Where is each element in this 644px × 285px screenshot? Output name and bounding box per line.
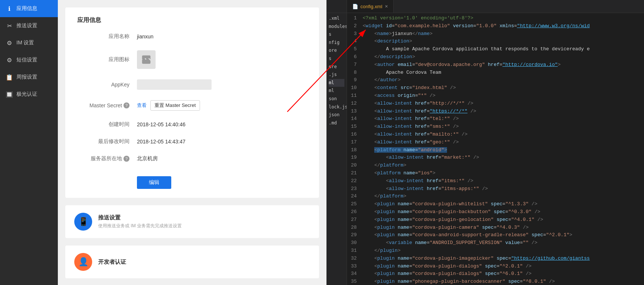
- line-content: <plugin name="cordova-plugin-dialogs" sp…: [363, 270, 644, 278]
- app-name-row: 应用名称 jianxun: [77, 33, 307, 40]
- file-tree-item[interactable]: ore: [329, 47, 344, 55]
- page-wrapper: ℹ 应用信息 ✂ 推送设置 ⚙ IM 设置 ⚙ 短信设置 📋 周报设置 🔲 极光: [0, 0, 644, 285]
- line-number: 19: [347, 154, 363, 162]
- line-content: <?xml version='1.0' encoding='utf-8'?>: [363, 15, 644, 22]
- tab-close-button[interactable]: ✕: [385, 4, 388, 9]
- line-content: <plugin name="cordova-plugin-imagepicker…: [363, 255, 644, 263]
- file-tree-item[interactable]: json: [329, 111, 344, 119]
- line-number: 3: [347, 30, 363, 38]
- app-icon-row: 应用图标: [77, 50, 307, 69]
- aurora-icon: 🔲: [6, 91, 13, 98]
- line-number: 34: [347, 270, 363, 278]
- sidebar-item-sms-settings[interactable]: ⚙ 短信设置: [0, 51, 58, 69]
- line-number: 23: [347, 185, 363, 193]
- line-number: 35: [347, 278, 363, 285]
- sms-icon: ⚙: [6, 57, 13, 63]
- code-line: 10 <content src="index.html" />: [347, 84, 644, 92]
- file-tree-item[interactable]: .xml: [329, 15, 344, 23]
- app-icon-placeholder: [137, 50, 156, 69]
- code-line: 29 <plugin name="cordova-android-support…: [347, 231, 644, 239]
- tab-name: config.xml: [360, 4, 382, 9]
- code-editor: 📄 config.xml ✕ 1<?xml version='1.0' enco…: [347, 0, 644, 285]
- file-tree-item[interactable]: modules: [329, 23, 344, 31]
- code-line: 27 <plugin name="cordova-plugin-geolocat…: [347, 216, 644, 224]
- code-line: 15 <allow-intent href="sms:*" />: [347, 123, 644, 131]
- app-info-card: 应用信息 应用名称 jianxun 应用图标: [65, 7, 319, 198]
- im-icon: ⚙: [6, 39, 13, 46]
- sidebar-label-im-settings: IM 设置: [16, 39, 34, 46]
- file-tree-item[interactable]: s: [329, 31, 344, 39]
- line-number: 25: [347, 200, 363, 208]
- line-content: <name>jianxun</name>: [363, 30, 644, 38]
- file-tree-item[interactable]: ore: [329, 63, 344, 71]
- line-number: 7: [347, 61, 363, 69]
- line-number: 29: [347, 231, 363, 239]
- dev-auth-card[interactable]: 👤 开发者认证: [65, 246, 319, 278]
- master-secret-help-icon[interactable]: ?: [124, 102, 129, 108]
- line-content: <variable name="ANDROID_SUPPORT_VERSION"…: [363, 239, 644, 247]
- file-tree-item[interactable]: lock.json: [329, 103, 344, 111]
- left-side: ℹ 应用信息 ✂ 推送设置 ⚙ IM 设置 ⚙ 短信设置 📋 周报设置 🔲 极光: [0, 0, 326, 285]
- editor-tab-config-xml[interactable]: 📄 config.xml ✕: [347, 0, 394, 13]
- line-content: <platform name="android">: [363, 146, 644, 154]
- code-line: 14 <allow-intent href="tel:*" />: [347, 115, 644, 123]
- code-line: 6 </description>: [347, 53, 644, 61]
- line-content: <allow-intent href="itms-apps:*" />: [363, 185, 644, 193]
- view-master-secret-button[interactable]: 查看: [137, 102, 147, 109]
- main-content: 应用信息 应用名称 jianxun 应用图标: [58, 0, 326, 285]
- line-number: 6: [347, 53, 363, 61]
- code-line: 34 <plugin name="cordova-plugin-dialogs"…: [347, 270, 644, 278]
- weekly-icon: 📋: [6, 74, 13, 80]
- server-location-help-icon[interactable]: ?: [124, 156, 129, 162]
- file-tree-list: .xml modules s nfig ore s ore .js ml ml …: [326, 13, 347, 129]
- appkey-row: AppKey: [77, 79, 307, 90]
- code-line: 33 <plugin name="cordova-plugin-dialogs"…: [347, 263, 644, 270]
- line-number: 17: [347, 139, 363, 146]
- created-time-row: 创建时间 2018-12-05 14:40:46: [77, 121, 307, 128]
- line-number: 32: [347, 255, 363, 263]
- line-number: 11: [347, 92, 363, 100]
- code-line: 13 <allow-intent href="https://*/*" />: [347, 108, 644, 115]
- line-content: <plugin name="cordova-plugin-dialogs" sp…: [363, 263, 644, 270]
- push-promo-subtitle: 使用推送业务或 IM 业务需先完成推送设置: [98, 223, 182, 229]
- sidebar-item-im-settings[interactable]: ⚙ IM 设置: [0, 34, 58, 51]
- file-tree-item[interactable]: ml: [329, 79, 344, 87]
- sidebar-item-weekly-settings[interactable]: 📋 周报设置: [0, 69, 58, 86]
- line-content: <platform name="ios">: [363, 170, 644, 177]
- editor-code-area[interactable]: 1<?xml version='1.0' encoding='utf-8'?>2…: [347, 13, 644, 285]
- appkey-label: AppKey: [77, 82, 129, 88]
- line-content: </author>: [363, 76, 644, 84]
- line-content: <allow-intent href="https://*/*" />: [363, 108, 644, 115]
- file-tree-item[interactable]: ml: [329, 87, 344, 95]
- edit-button[interactable]: 编辑: [137, 176, 171, 189]
- line-content: <allow-intent href="tel:*" />: [363, 115, 644, 123]
- sidebar-nav: ℹ 应用信息 ✂ 推送设置 ⚙ IM 设置 ⚙ 短信设置 📋 周报设置 🔲 极光: [0, 0, 58, 285]
- line-content: </description>: [363, 53, 644, 61]
- sidebar-item-aurora-auth[interactable]: 🔲 极光认证: [0, 86, 58, 103]
- code-line: 17 <allow-intent href="geo:*" />: [347, 139, 644, 146]
- push-icon: ✂: [6, 22, 13, 29]
- push-promo-card[interactable]: 📱 推送设置 使用推送业务或 IM 业务需先完成推送设置: [65, 205, 319, 238]
- code-line: 16 <allow-intent href="mailto:*" />: [347, 131, 644, 139]
- file-tree-item[interactable]: .md: [329, 119, 344, 127]
- file-tree-item[interactable]: son: [329, 95, 344, 103]
- line-number: 28: [347, 224, 363, 232]
- code-line: 24 </platform>: [347, 193, 644, 200]
- app-name-label: 应用名称: [77, 33, 129, 40]
- line-number: 33: [347, 263, 363, 270]
- sidebar-label-push-settings: 推送设置: [16, 22, 37, 29]
- file-tree-item[interactable]: .js: [329, 71, 344, 79]
- sidebar-item-push-settings[interactable]: ✂ 推送设置: [0, 17, 58, 34]
- sidebar-item-app-info[interactable]: ℹ 应用信息: [0, 0, 58, 17]
- reset-master-secret-button[interactable]: 重置 Master Secret: [150, 100, 200, 111]
- sidebar-label-app-info: 应用信息: [16, 5, 37, 12]
- file-tree-item[interactable]: nfig: [329, 39, 344, 47]
- created-time-label: 创建时间: [77, 121, 129, 128]
- code-line: 22 <allow-intent href="itms:*" />: [347, 177, 644, 185]
- file-tree-panel: .xml modules s nfig ore s ore .js ml ml …: [326, 0, 347, 285]
- code-line: 26 <plugin name="cordova-plugin-backbutt…: [347, 208, 644, 216]
- line-content: <content src="index.html" />: [363, 84, 644, 92]
- file-tree-item[interactable]: s: [329, 55, 344, 63]
- edit-button-wrapper: 编辑: [137, 172, 307, 189]
- server-location-label: 服务器所在地 ?: [77, 155, 129, 162]
